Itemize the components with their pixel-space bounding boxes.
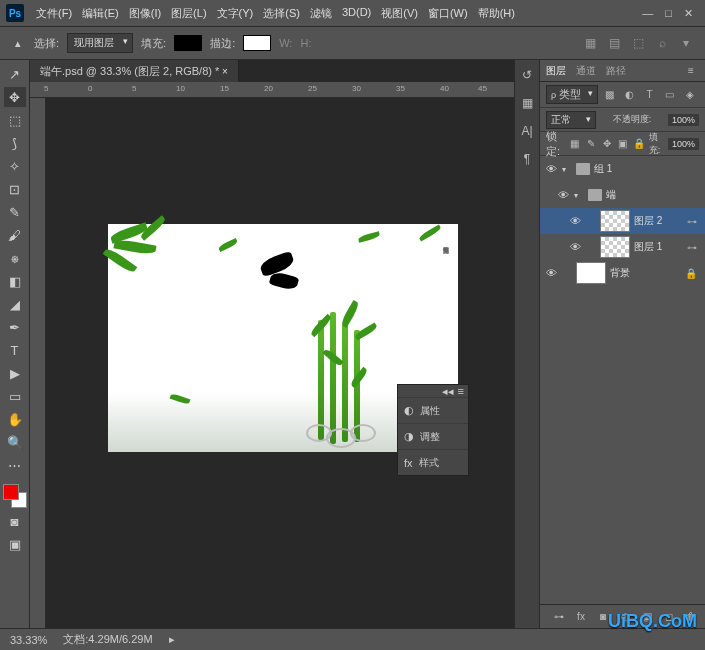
link-icon: ⊶ [687,242,697,253]
lock-pixel-icon[interactable]: ✎ [585,136,597,152]
layer-item[interactable]: 👁 图层 2 ⊶ [540,208,705,234]
menu-filter[interactable]: 滤镜 [306,4,336,23]
lock-all-icon[interactable]: 🔒 [633,136,645,152]
screenmode-tool[interactable]: ▣ [4,534,26,554]
visibility-icon[interactable]: 👁 [568,215,582,227]
menu-file[interactable]: 文件(F) [32,4,76,23]
arrange-icon[interactable]: ▤ [605,34,623,52]
lock-trans-icon[interactable]: ▦ [569,136,581,152]
workspace-icon[interactable]: ▾ [677,34,695,52]
tab-layers[interactable]: 图层 [546,64,566,78]
move-tool[interactable]: ✥ [4,87,26,107]
menu-select[interactable]: 选择(S) [259,4,304,23]
magic-wand-tool[interactable]: ✧ [4,156,26,176]
path-select-tool[interactable]: ▶ [4,363,26,383]
swatches-icon[interactable]: ▦ [518,94,536,112]
menu-edit[interactable]: 编辑(E) [78,4,123,23]
menu-type[interactable]: 文字(Y) [213,4,258,23]
marquee-tool[interactable]: ⬚ [4,110,26,130]
menu-window[interactable]: 窗口(W) [424,4,472,23]
properties-item[interactable]: ◐属性 [398,397,468,423]
zoom-tool[interactable]: 🔍 [4,432,26,452]
collapsed-panels: ↺ ▦ A| ¶ [514,60,540,628]
opacity-label: 不透明度: [613,113,652,126]
menu-help[interactable]: 帮助(H) [474,4,519,23]
fill-opacity-value[interactable]: 100% [668,138,699,150]
maximize-icon[interactable]: □ [665,7,672,20]
filter-kind[interactable]: ρ 类型 [546,85,598,104]
eraser-tool[interactable]: ◧ [4,271,26,291]
close-icon[interactable]: ✕ [684,7,693,20]
type-tool[interactable]: T [4,340,26,360]
visibility-icon[interactable]: 👁 [556,189,570,201]
blend-mode[interactable]: 正常 [546,111,596,129]
menu-view[interactable]: 视图(V) [377,4,422,23]
lasso-tool[interactable]: ⟆ [4,133,26,153]
layer-background[interactable]: 👁 背景 🔒 [540,260,705,286]
panel-menu-icon[interactable]: ≡ [458,385,464,397]
search-icon[interactable]: ⌕ [653,34,671,52]
fx-icon[interactable]: fx [573,609,589,625]
adjustments-item[interactable]: ◑调整 [398,423,468,449]
edit-toolbar[interactable]: ⋯ [4,455,26,475]
lock-pos-icon[interactable]: ✥ [601,136,613,152]
brush-tool[interactable]: 🖌 [4,225,26,245]
layer-thumbnail [600,236,630,258]
panel-menu-icon[interactable]: ≡ [683,63,699,79]
opacity-value[interactable]: 100% [668,114,699,126]
layer-item[interactable]: 👁 图层 1 ⊶ [540,234,705,260]
visibility-icon[interactable]: 👁 [544,267,558,279]
color-swatches[interactable] [3,484,27,508]
lock-artb-icon[interactable]: ▣ [617,136,629,152]
collapse-icon[interactable]: ◂◂ [442,385,454,397]
menu-image[interactable]: 图像(I) [125,4,165,23]
expand-icon[interactable]: ▾ [574,191,584,200]
zoom-level[interactable]: 33.33% [10,634,47,646]
align-icon[interactable]: ▦ [581,34,599,52]
hand-tool[interactable]: ✋ [4,409,26,429]
document-tab[interactable]: 端午.psd @ 33.3% (图层 2, RGB/8) * × [30,60,239,82]
character-icon[interactable]: A| [518,122,536,140]
options-bar: ▴ 选择: 现用图层 填充: 描边: W: H: ▦ ▤ ⬚ ⌕ ▾ [0,26,705,60]
visibility-icon[interactable]: 👁 [544,163,558,175]
history-icon[interactable]: ↺ [518,66,536,84]
select-dropdown[interactable]: 现用图层 [67,33,133,53]
expand-icon[interactable]: ▾ [562,165,572,174]
fg-color[interactable] [3,484,19,500]
pen-tool[interactable]: ✒ [4,317,26,337]
stroke-label: 描边: [210,36,235,51]
stroke-swatch[interactable] [243,35,271,51]
artboard-tool[interactable]: ↗ [4,64,26,84]
paragraph-icon[interactable]: ¶ [518,150,536,168]
tab-channels[interactable]: 通道 [576,64,596,78]
link-layers-icon[interactable]: ⊶ [551,609,567,625]
layer-group[interactable]: 👁 ▾ 端 [540,182,705,208]
filter-shape-icon[interactable]: ▭ [662,87,678,103]
filter-smart-icon[interactable]: ◈ [682,87,698,103]
doc-info[interactable]: 文档:4.29M/6.29M [63,632,152,647]
menu-layer[interactable]: 图层(L) [167,4,210,23]
stamp-tool[interactable]: ⎈ [4,248,26,268]
layer-thumbnail [576,262,606,284]
filter-adjust-icon[interactable]: ◐ [622,87,638,103]
layer-list: 👁 ▾ 组 1 👁 ▾ 端 👁 图层 2 ⊶ 👁 [540,156,705,604]
properties-panel[interactable]: ◂◂≡ ◐属性 ◑调整 fx样式 [397,384,469,476]
move-tool-icon: ▴ [10,35,26,51]
filter-type-icon[interactable]: T [642,87,658,103]
minimize-icon[interactable]: — [642,7,653,20]
gradient-tool[interactable]: ◢ [4,294,26,314]
menu-3d[interactable]: 3D(D) [338,4,375,23]
shape-tool[interactable]: ▭ [4,386,26,406]
visibility-icon[interactable]: 👁 [568,241,582,253]
layers-panel: 图层 通道 路径 ≡ ρ 类型 ▩ ◐ T ▭ ◈ 正常 不透明度: 100% … [540,60,705,628]
styles-item[interactable]: fx样式 [398,449,468,475]
quickmask-tool[interactable]: ◙ [4,511,26,531]
eyedropper-tool[interactable]: ✎ [4,202,26,222]
tab-paths[interactable]: 路径 [606,64,626,78]
filter-pixel-icon[interactable]: ▩ [602,87,618,103]
fill-swatch[interactable] [174,35,202,51]
layer-group[interactable]: 👁 ▾ 组 1 [540,156,705,182]
crop-tool[interactable]: ⊡ [4,179,26,199]
chevron-right-icon[interactable]: ▸ [169,633,175,646]
3d-mode-icon[interactable]: ⬚ [629,34,647,52]
